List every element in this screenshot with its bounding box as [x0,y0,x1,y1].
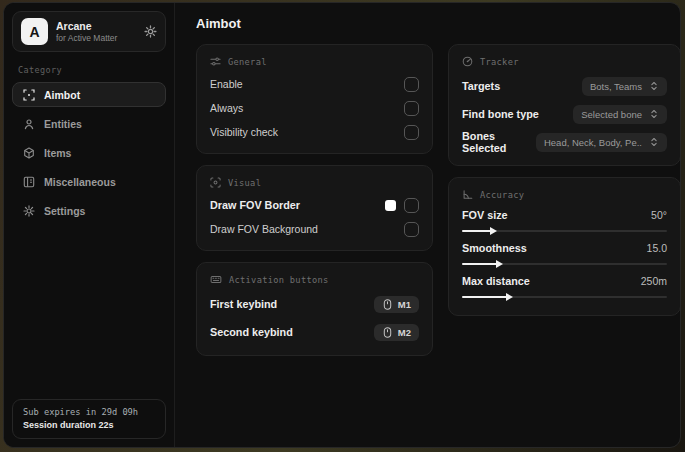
setting-label: Visibility check [210,126,278,138]
sub-expiry-text: Sub expires in 29d 09h [23,407,155,417]
subscription-info-box: Sub expires in 29d 09h Session duration … [12,399,166,439]
setting-label: Targets [462,80,500,92]
setting-row: Always [210,97,419,119]
setting-label: Find bone type [462,108,539,120]
fov-size-slider-block: FOV size 50° [462,206,667,232]
max-distance-slider-block: Max distance 250m [462,272,667,298]
sidebar: A Arcane for Active Matter Category Aimb [4,3,175,447]
enable-checkbox[interactable] [404,77,419,92]
panel-title: Tracker [480,57,519,67]
panel-visual: Visual Draw FOV Border Draw FOV Backgrou… [196,165,433,251]
panel-title: Visual [228,178,261,188]
keybind-value: M2 [398,327,411,338]
slider-thumb[interactable] [490,227,497,235]
angle-icon [462,189,473,200]
panel-title: Accuracy [480,190,524,200]
first-keybind-button[interactable]: M1 [374,296,419,313]
slider-value: 50° [651,209,667,221]
targets-select[interactable]: Bots, Teams [582,77,667,96]
arcane-logo: A [21,18,48,45]
slider-thumb[interactable] [496,260,503,268]
radar-icon [462,56,473,67]
sidebar-item-label: Miscellaneous [44,176,116,188]
person-icon [23,118,35,130]
crosshair-scan-icon [23,89,35,101]
setting-label: Enable [210,78,243,90]
find-bone-type-select[interactable]: Selected bone [573,105,667,124]
draw-fov-border-checkbox[interactable] [404,198,419,213]
app-subtitle: for Active Matter [56,33,117,43]
slider-value: 250m [641,275,667,287]
setting-row: Second keybind M2 [210,319,419,345]
keybind-value: M1 [398,299,411,310]
bones-selected-select[interactable]: Head, Neck, Body, Pe.. [536,133,667,152]
smoothness-slider[interactable] [462,263,667,265]
slider-label: Max distance [462,275,530,287]
panel-accuracy: Accuracy FOV size 50° [448,177,681,316]
main-area: Aimbot General [175,3,681,447]
chevrons-up-down-icon [649,109,659,119]
select-value: Selected bone [581,109,642,120]
app-name: Arcane [56,20,117,32]
setting-row: Visibility check [210,121,419,143]
gear-icon[interactable] [144,25,157,38]
setting-label: Bones Selected [462,130,536,154]
smoothness-slider-block: Smoothness 15.0 [462,239,667,265]
eye-scan-icon [210,177,221,188]
always-checkbox[interactable] [404,101,419,116]
chevrons-up-down-icon [649,81,659,91]
setting-label: Draw FOV Background [210,223,318,235]
session-duration-text: Session duration 22s [23,420,155,430]
panel-tracker: Tracker Targets Bots, Teams [448,44,681,166]
slider-label: FOV size [462,209,508,221]
category-label: Category [18,65,160,75]
setting-label: Always [210,102,243,114]
cube-icon [23,147,35,159]
slider-value: 15.0 [647,242,667,254]
sidebar-item-label: Settings [44,205,85,217]
select-value: Head, Neck, Body, Pe.. [544,137,642,148]
setting-label: Second keybind [210,326,293,338]
menu-window: A Arcane for Active Matter Category Aimb [3,2,681,448]
sidebar-item-label: Items [44,147,71,159]
setting-row: Bones Selected Head, Neck, Body, Pe.. [462,129,667,155]
panel-general: General Enable Always Visibility check [196,44,433,154]
slider-label: Smoothness [462,242,527,254]
sidebar-item-items[interactable]: Items [12,140,166,165]
keyboard-icon [210,274,222,285]
max-distance-slider[interactable] [462,296,667,298]
setting-row: First keybind M1 [210,291,419,317]
sidebar-item-miscellaneous[interactable]: Miscellaneous [12,169,166,194]
slider-thumb[interactable] [506,293,513,301]
panel-title: Activation buttons [229,275,329,285]
fov-border-color-swatch[interactable] [385,200,396,211]
panel-activation-buttons: Activation buttons First keybind M1 [196,262,433,356]
sidebar-item-entities[interactable]: Entities [12,111,166,136]
mouse-icon [382,299,393,310]
select-value: Bots, Teams [590,81,642,92]
second-keybind-button[interactable]: M2 [374,324,419,341]
setting-label: First keybind [210,298,277,310]
visibility-check-checkbox[interactable] [404,125,419,140]
draw-fov-background-checkbox[interactable] [404,222,419,237]
fov-size-slider[interactable] [462,230,667,232]
tune-icon [210,56,221,67]
chevrons-up-down-icon [649,137,659,147]
page-title: Aimbot [196,16,681,31]
setting-row: Find bone type Selected bone [462,101,667,127]
layout-icon [23,176,35,188]
gear-icon [23,205,35,217]
sidebar-item-label: Entities [44,118,82,130]
panel-title: General [228,57,267,67]
sidebar-item-aimbot[interactable]: Aimbot [12,82,166,107]
setting-row: Targets Bots, Teams [462,73,667,99]
setting-label: Draw FOV Border [210,199,300,211]
brand-card: A Arcane for Active Matter [12,11,166,52]
sidebar-item-label: Aimbot [44,89,80,101]
setting-row: Draw FOV Border [210,194,419,216]
sidebar-item-settings[interactable]: Settings [12,198,166,223]
setting-row: Draw FOV Background [210,218,419,240]
setting-row: Enable [210,73,419,95]
mouse-icon [382,327,393,338]
